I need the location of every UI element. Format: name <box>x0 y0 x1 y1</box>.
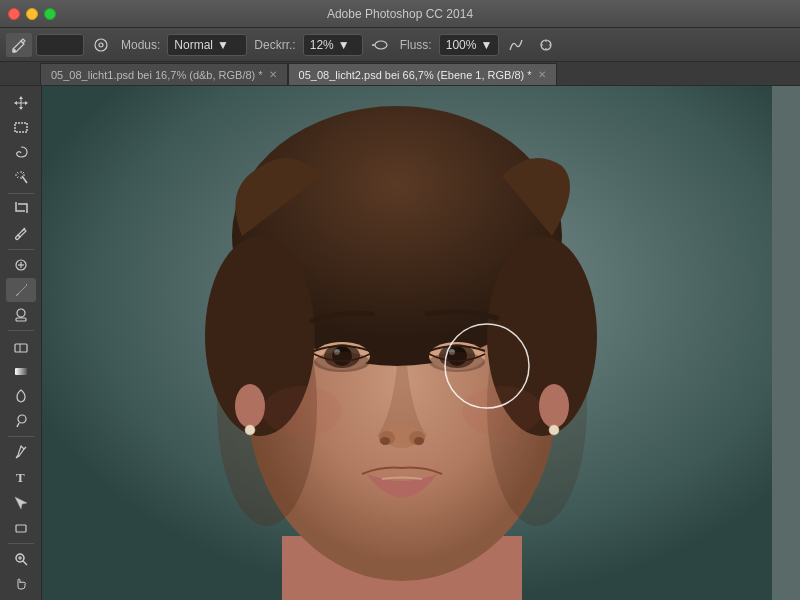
window-title: Adobe Photoshop CC 2014 <box>327 7 473 21</box>
brush-settings-icon[interactable] <box>88 33 114 57</box>
toolbox: T <box>0 86 42 600</box>
svg-point-1 <box>95 39 107 51</box>
canvas-area[interactable] <box>42 86 800 600</box>
svg-point-65 <box>245 425 255 435</box>
svg-point-2 <box>99 43 103 47</box>
tool-blur[interactable] <box>6 384 36 408</box>
svg-point-5 <box>372 44 374 46</box>
svg-point-69 <box>462 386 542 436</box>
smoothing-icon[interactable] <box>503 33 529 57</box>
sep-5 <box>8 543 34 544</box>
svg-point-58 <box>429 352 485 372</box>
opacity-dropdown-arrow: ▼ <box>338 38 356 52</box>
svg-point-57 <box>314 352 370 372</box>
tool-eraser[interactable] <box>6 334 36 358</box>
tab-licht1-close[interactable]: ✕ <box>269 70 277 80</box>
mode-label: Modus: <box>118 38 163 52</box>
portrait-canvas <box>42 86 772 600</box>
tool-path-select[interactable] <box>6 491 36 515</box>
opacity-value: 12% <box>310 38 334 52</box>
opacity-label: Deckrr.: <box>251 38 298 52</box>
tool-healing[interactable] <box>6 253 36 277</box>
minimize-button[interactable] <box>26 8 38 20</box>
svg-rect-29 <box>15 368 27 375</box>
svg-line-31 <box>17 423 19 427</box>
tab-licht2-label: 05_08_licht2.psd bei 66,7% (Ebene 1, RGB… <box>299 69 532 81</box>
svg-point-24 <box>17 309 25 317</box>
svg-point-62 <box>380 437 390 445</box>
svg-point-0 <box>12 49 16 53</box>
tool-stamp[interactable] <box>6 303 36 327</box>
svg-line-19 <box>22 172 24 174</box>
svg-point-30 <box>18 415 26 423</box>
mode-dropdown-arrow: ▼ <box>217 38 240 52</box>
tool-magic-wand[interactable] <box>6 165 36 189</box>
svg-point-66 <box>539 384 569 428</box>
airbrush-icon[interactable] <box>367 33 393 57</box>
tool-gradient[interactable] <box>6 359 36 383</box>
svg-point-64 <box>235 384 265 428</box>
tab-licht1[interactable]: 05_08_licht1.psd bei 16,7% (d&b, RGB/8) … <box>40 63 288 85</box>
tool-zoom[interactable] <box>6 547 36 571</box>
svg-text:T: T <box>16 470 25 485</box>
svg-point-67 <box>549 425 559 435</box>
svg-point-3 <box>375 41 387 49</box>
svg-line-32 <box>24 447 26 449</box>
tool-move[interactable] <box>6 90 36 114</box>
svg-point-63 <box>414 437 424 445</box>
svg-rect-34 <box>16 525 26 532</box>
mode-dropdown[interactable]: Normal ▼ <box>167 34 247 56</box>
tool-shape[interactable] <box>6 516 36 540</box>
tool-eyedropper[interactable] <box>6 222 36 246</box>
tool-dodge[interactable] <box>6 409 36 433</box>
svg-point-68 <box>262 386 342 436</box>
svg-line-12 <box>22 176 27 183</box>
sep-1 <box>8 193 34 194</box>
brush-size-input[interactable]: 160 <box>41 38 79 52</box>
tool-text[interactable]: T <box>6 465 36 489</box>
extra-settings-icon[interactable] <box>533 33 559 57</box>
tab-licht2[interactable]: 05_08_licht2.psd bei 66,7% (Ebene 1, RGB… <box>288 63 557 85</box>
tool-pen[interactable] <box>6 440 36 464</box>
tool-brush[interactable] <box>6 278 36 302</box>
main-area: T <box>0 86 800 600</box>
svg-rect-27 <box>15 344 27 352</box>
tab-licht1-label: 05_08_licht1.psd bei 16,7% (d&b, RGB/8) … <box>51 69 263 81</box>
opacity-dropdown[interactable]: 12% ▼ <box>303 34 363 56</box>
tool-lasso[interactable] <box>6 140 36 164</box>
close-button[interactable] <box>8 8 20 20</box>
toolbar: 160 Modus: Normal ▼ Deckrr.: 12% ▼ Fluss… <box>0 28 800 62</box>
svg-line-36 <box>23 561 27 565</box>
titlebar: Adobe Photoshop CC 2014 <box>0 0 800 28</box>
sep-4 <box>8 436 34 437</box>
tab-bar: 05_08_licht1.psd bei 16,7% (d&b, RGB/8) … <box>0 62 800 86</box>
tool-crop[interactable] <box>6 196 36 220</box>
svg-rect-11 <box>15 123 27 132</box>
traffic-lights <box>8 8 56 20</box>
flow-value: 100% <box>446 38 477 52</box>
svg-line-17 <box>17 172 19 174</box>
brush-size-box[interactable]: 160 <box>36 34 84 56</box>
tab-licht2-close[interactable]: ✕ <box>538 70 546 80</box>
flow-dropdown-arrow: ▼ <box>480 38 492 52</box>
flow-label: Fluss: <box>397 38 435 52</box>
tool-selection-rect[interactable] <box>6 115 36 139</box>
svg-rect-25 <box>16 318 26 321</box>
maximize-button[interactable] <box>44 8 56 20</box>
svg-line-18 <box>17 177 19 179</box>
mode-value: Normal <box>174 38 213 52</box>
tool-hand[interactable] <box>6 572 36 596</box>
brush-tool-icon[interactable] <box>6 33 32 57</box>
flow-dropdown[interactable]: 100% ▼ <box>439 34 500 56</box>
sep-2 <box>8 249 34 250</box>
sep-3 <box>8 330 34 331</box>
